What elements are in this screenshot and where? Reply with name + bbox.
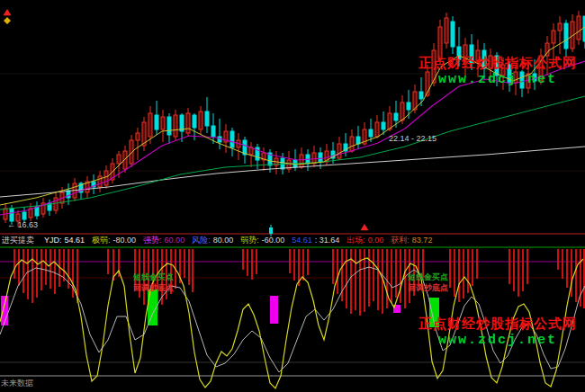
header-value-fengxian: 风险:80.00 (192, 235, 233, 246)
indicator-name: 进买提卖 (2, 235, 37, 246)
header-value-blue: 54.61: 31.64 (292, 235, 339, 246)
signal-label-line2: 回调抄底点 (133, 282, 174, 293)
chart-canvas[interactable] (0, 0, 585, 392)
signal-label-1: 短线金买点 回调抄底点 (133, 272, 174, 293)
indicator-header: 进买提卖 YJD:54.61 极弱:-80.00 强势:60.00 风险:80.… (2, 235, 583, 246)
header-value-qiangshi: 强势:60.00 (143, 235, 184, 246)
header-value-jiruo: 极弱:-80.00 (92, 235, 136, 246)
header-value-huoli: 获利:83.72 (391, 235, 432, 246)
header-value-chuchang: 出场:0.00 (346, 235, 383, 246)
signal-label-line1: 短线金买点 (408, 272, 448, 282)
signal-label-2: 短线金买点 回调抄底点 (408, 272, 448, 293)
price-low-label: ← 16.63 (7, 220, 38, 229)
signal-label-line2: 回调抄底点 (408, 282, 448, 293)
future-data-label: 未来数据 (1, 379, 33, 388)
stock-chart-window: 正点财经炒股指标公式网 www.zdcj.net 正点财经炒股指标公式网 www… (0, 0, 585, 392)
header-value-yjd: YJD:54.61 (44, 235, 85, 246)
signal-label-line1: 短线金买点 (133, 272, 174, 282)
header-value-ruoshi: 弱势:-60.00 (240, 235, 284, 246)
price-range-label: 22.14 - 22.15 (389, 134, 436, 143)
